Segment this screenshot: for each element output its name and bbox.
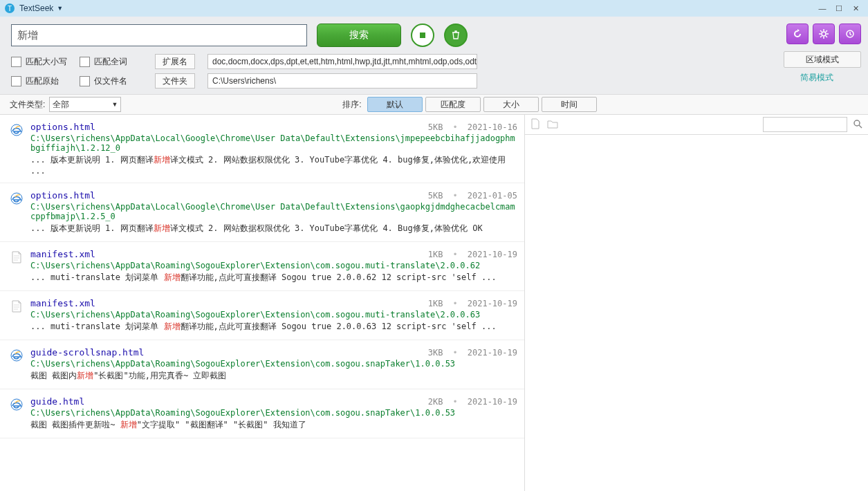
search-button[interactable]: 搜索 bbox=[317, 24, 401, 47]
result-path: C:\Users\richens\AppData\Local\Google\Ch… bbox=[30, 202, 517, 221]
result-snippet: ... 版本更新说明 1. 网页翻译新增译文模式 2. 网站数据权限优化 3. … bbox=[30, 154, 517, 176]
match-case-label: 匹配大小写 bbox=[26, 56, 67, 68]
result-size: 2KB bbox=[428, 397, 443, 407]
result-item[interactable]: options.html5KB•2021-01-05C:\Users\riche… bbox=[0, 183, 524, 242]
highlight: 新增 bbox=[154, 223, 170, 233]
match-start-checkbox[interactable]: 匹配原始 bbox=[11, 75, 59, 87]
result-size: 5KB bbox=[428, 122, 443, 132]
folder-label: 文件夹 bbox=[155, 73, 195, 89]
results-pane[interactable]: options.html5KB•2021-10-16C:\Users\riche… bbox=[0, 115, 525, 491]
ie-file-icon bbox=[10, 123, 24, 137]
result-snippet: ... muti-translate 划词菜单 新增翻译功能,点此可直接翻译 S… bbox=[30, 321, 517, 333]
highlight: 新增 bbox=[164, 322, 181, 331]
search-input[interactable] bbox=[11, 24, 307, 46]
settings-button[interactable] bbox=[813, 24, 835, 44]
preview-folder-icon[interactable] bbox=[547, 119, 558, 131]
title-dropdown-icon[interactable]: ▼ bbox=[57, 5, 63, 12]
result-snippet: ... muti-translate 划词菜单 新增翻译功能,点此可直接翻译 S… bbox=[30, 272, 517, 284]
search-options: 匹配大小写 匹配全词 扩展名 doc,docm,docx,dps,dpt,et,… bbox=[11, 54, 857, 89]
highlight: 新增 bbox=[154, 155, 170, 165]
svg-point-3 bbox=[822, 32, 826, 36]
result-size: 1KB bbox=[428, 250, 443, 259]
extensions-value[interactable]: doc,docm,docx,dps,dpt,et,ett,htm,html,hw… bbox=[207, 54, 477, 69]
result-item[interactable]: options.html5KB•2021-10-16C:\Users\riche… bbox=[0, 115, 524, 183]
preview-toolbar bbox=[525, 115, 868, 135]
gear-icon bbox=[818, 28, 829, 39]
chevron-down-icon: ▼ bbox=[111, 101, 118, 108]
dot-separator-icon: • bbox=[453, 191, 458, 201]
result-path: C:\Users\richens\AppData\Roaming\SogouEx… bbox=[30, 261, 517, 270]
result-meta: 1KB•2021-10-19 bbox=[428, 299, 517, 308]
result-meta: 3KB•2021-10-19 bbox=[428, 348, 517, 358]
match-case-checkbox[interactable]: 匹配大小写 bbox=[11, 56, 67, 68]
window-maximize-button[interactable]: ☐ bbox=[831, 3, 847, 14]
file-type-combo[interactable]: 全部 ▼ bbox=[49, 97, 121, 112]
clear-button[interactable] bbox=[444, 24, 468, 47]
result-title[interactable]: guide-scrollsnap.html bbox=[30, 347, 144, 358]
refresh-icon bbox=[792, 28, 803, 39]
svg-rect-2 bbox=[420, 33, 425, 38]
result-snippet: 截图 截图内新增"长截图"功能,用完真香~ 立即截图 bbox=[30, 370, 517, 382]
dot-separator-icon: • bbox=[453, 348, 458, 358]
ie-file-icon bbox=[10, 398, 24, 411]
sort-size-button[interactable]: 大小 bbox=[483, 97, 539, 112]
preview-doc-icon[interactable] bbox=[530, 118, 540, 131]
result-snippet: ... 版本更新说明 1. 网页翻译新增译文模式 2. 网站数据权限优化 3. … bbox=[30, 223, 517, 234]
region-mode-button[interactable]: 区域模式 bbox=[784, 51, 861, 68]
refresh-button[interactable] bbox=[786, 24, 809, 44]
stop-icon bbox=[418, 31, 427, 39]
result-meta: 5KB•2021-01-05 bbox=[428, 191, 517, 201]
result-size: 5KB bbox=[428, 191, 443, 201]
folder-value[interactable]: C:\Users\richens\ bbox=[207, 73, 477, 89]
file-type-value: 全部 bbox=[53, 99, 69, 111]
dot-separator-icon: • bbox=[453, 250, 458, 259]
result-title[interactable]: manifest.xml bbox=[30, 249, 95, 259]
xml-file-icon bbox=[10, 250, 24, 264]
result-meta: 2KB•2021-10-19 bbox=[428, 397, 517, 407]
preview-search-input[interactable] bbox=[763, 117, 847, 132]
result-date: 2021-10-16 bbox=[468, 122, 517, 132]
result-path: C:\Users\richens\AppData\Roaming\SogouEx… bbox=[30, 408, 517, 418]
sort-label: 排序: bbox=[342, 99, 361, 111]
history-icon bbox=[844, 28, 856, 39]
sort-time-button[interactable]: 时间 bbox=[542, 97, 597, 112]
result-item[interactable]: manifest.xml1KB•2021-10-19C:\Users\riche… bbox=[0, 291, 524, 340]
subtoolbar: 文件类型: 全部 ▼ 排序: 默认 匹配度 大小 时间 bbox=[0, 94, 868, 115]
result-date: 2021-10-19 bbox=[468, 348, 517, 358]
preview-content bbox=[525, 135, 868, 491]
result-size: 3KB bbox=[428, 348, 443, 358]
result-title[interactable]: options.html bbox=[30, 190, 95, 201]
history-button[interactable] bbox=[839, 24, 861, 44]
extensions-label: 扩展名 bbox=[155, 54, 195, 69]
result-title[interactable]: manifest.xml bbox=[30, 298, 95, 308]
window-minimize-button[interactable]: — bbox=[814, 3, 831, 14]
ie-file-icon bbox=[10, 349, 24, 362]
result-meta: 1KB•2021-10-19 bbox=[428, 250, 517, 259]
svg-text:T: T bbox=[8, 5, 12, 12]
stop-button[interactable] bbox=[411, 24, 434, 47]
result-item[interactable]: manifest.xml1KB•2021-10-19C:\Users\riche… bbox=[0, 242, 524, 291]
highlight: 新增 bbox=[164, 272, 181, 282]
result-item[interactable]: guide.html2KB•2021-10-19C:\Users\richens… bbox=[0, 389, 524, 438]
highlight: 新增 bbox=[120, 420, 137, 429]
sort-default-button[interactable]: 默认 bbox=[367, 97, 423, 112]
result-title[interactable]: guide.html bbox=[30, 396, 84, 407]
result-item[interactable]: guide-scrollsnap.html3KB•2021-10-19C:\Us… bbox=[0, 340, 524, 389]
preview-pane bbox=[525, 115, 868, 491]
match-whole-checkbox[interactable]: 匹配全词 bbox=[80, 56, 127, 68]
result-size: 1KB bbox=[428, 299, 443, 308]
filename-only-label: 仅文件名 bbox=[94, 75, 127, 87]
sort-relevance-button[interactable]: 匹配度 bbox=[425, 97, 481, 112]
trash-icon bbox=[451, 30, 461, 40]
window-close-button[interactable]: ✕ bbox=[847, 3, 864, 14]
result-snippet: 截图 截图插件更新啦~ 新增"文字提取" "截图翻译" "长截图" 我知道了 bbox=[30, 419, 517, 431]
filename-only-checkbox[interactable]: 仅文件名 bbox=[80, 75, 127, 87]
file-type-label: 文件类型: bbox=[10, 99, 45, 111]
simple-mode-link[interactable]: 简易模式 bbox=[778, 72, 856, 84]
dot-separator-icon: • bbox=[453, 299, 458, 308]
app-title: TextSeek bbox=[19, 3, 53, 13]
main-toolbar: 搜索 匹配大小写 匹配全词 扩展名 doc,docm,docx,dps,dpt,… bbox=[0, 17, 868, 94]
result-title[interactable]: options.html bbox=[30, 122, 95, 132]
svg-point-15 bbox=[854, 120, 860, 126]
preview-search-icon[interactable] bbox=[853, 119, 862, 131]
